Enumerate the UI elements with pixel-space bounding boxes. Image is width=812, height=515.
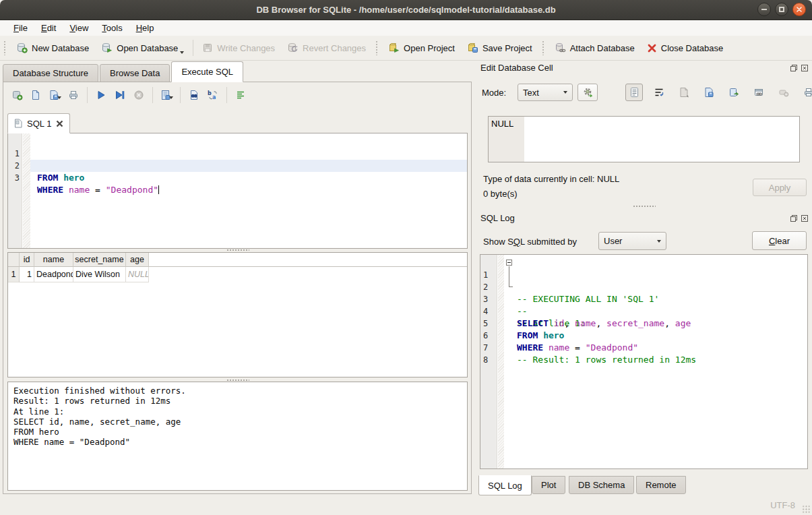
- column-header-age[interactable]: age: [126, 253, 149, 267]
- execute-line-button[interactable]: [112, 87, 128, 103]
- new-sql-tab-icon: [11, 90, 23, 100]
- stop-execution-button[interactable]: [131, 87, 147, 103]
- dock-tab-remote[interactable]: Remote: [636, 476, 686, 494]
- close-database-button[interactable]: Close Database: [641, 38, 730, 58]
- column-header-id[interactable]: id: [20, 253, 34, 267]
- window-title: DB Browser for SQLite - /home/user/code/…: [0, 0, 812, 20]
- open-database-button[interactable]: Open Database: [95, 38, 190, 58]
- column-header-name[interactable]: name: [34, 253, 73, 267]
- menu-help[interactable]: Help: [129, 20, 161, 36]
- replace-button[interactable]: b a: [205, 87, 221, 103]
- tab-browse-data[interactable]: Browse Data: [100, 64, 170, 82]
- open-sql-file-button[interactable]: [28, 87, 44, 103]
- dock-tab-db-schema[interactable]: DB Schema: [569, 476, 634, 494]
- attach-database-icon: [555, 42, 566, 53]
- cell-name[interactable]: Deadpond: [34, 267, 73, 282]
- cell-id[interactable]: 1: [20, 267, 34, 282]
- dock-tab-sql-log[interactable]: SQL Log: [478, 475, 532, 495]
- svg-text:a: a: [212, 94, 216, 100]
- dock-tab-plot[interactable]: Plot: [532, 476, 565, 494]
- save-project-icon: [467, 42, 478, 53]
- close-tab-icon[interactable]: [56, 120, 63, 127]
- open-project-button[interactable]: Open Project: [382, 38, 461, 58]
- mode-label: Mode:: [482, 88, 506, 98]
- export-cell-data-button[interactable]: [700, 84, 718, 101]
- cell-content: NULL: [491, 119, 513, 129]
- print-cell-button[interactable]: [800, 84, 812, 101]
- execute-sql-panel: b a SQL 1 1 SELECT id, name, secret_: [3, 82, 472, 494]
- splitter-handle[interactable]: [226, 249, 249, 251]
- export-cell-icon: [728, 87, 739, 98]
- import-cell-data-button[interactable]: [675, 84, 693, 101]
- sql-tab-sql1[interactable]: SQL 1: [7, 113, 70, 133]
- dock-float-icon[interactable]: [790, 64, 798, 72]
- new-sql-tab-button[interactable]: [9, 87, 25, 103]
- sql-log-lines: 1 -- EXECUTING ALL IN 'SQL 1' 2 -- 3 -- …: [480, 257, 807, 354]
- new-database-button[interactable]: New Database: [10, 38, 95, 58]
- mode-select[interactable]: Text: [518, 84, 573, 101]
- revert-changes-button[interactable]: Revert Changes: [281, 38, 372, 58]
- open-in-external-button[interactable]: [725, 84, 743, 101]
- new-database-icon: [16, 42, 28, 53]
- dock-close-icon[interactable]: [801, 64, 809, 72]
- text-mode-button[interactable]: [625, 84, 643, 101]
- copy-link-button[interactable]: [750, 84, 768, 101]
- cell-content-editor[interactable]: NULL: [488, 116, 800, 162]
- table-row: 1 1 Deadpond Dive Wilson NULL: [8, 267, 467, 282]
- attach-database-button[interactable]: Attach Database: [549, 38, 641, 58]
- close-window-button[interactable]: [792, 3, 806, 16]
- word-wrap-button[interactable]: [650, 84, 668, 101]
- close-window-icon: [796, 6, 803, 13]
- apply-button[interactable]: Apply: [753, 179, 807, 196]
- set-null-button[interactable]: [775, 84, 792, 101]
- code-line-current: 3 WHERE name = "Deadpond": [8, 160, 467, 172]
- find-button[interactable]: [186, 87, 202, 103]
- column-header-secret-name[interactable]: secret_name: [73, 253, 126, 267]
- resize-grip[interactable]: [802, 505, 811, 514]
- find-icon: [189, 90, 199, 100]
- menu-view[interactable]: View: [63, 20, 95, 36]
- menu-tools[interactable]: Tools: [95, 20, 129, 36]
- open-project-icon: [388, 42, 400, 53]
- replace-icon: b a: [207, 90, 219, 100]
- fold-marker-open[interactable]: [505, 257, 515, 269]
- splitter-handle[interactable]: [633, 205, 656, 208]
- tab-database-structure[interactable]: Database Structure: [3, 64, 98, 82]
- menu-file[interactable]: File: [7, 20, 34, 36]
- log-line: 6 WHERE name = "Deadpond": [480, 317, 807, 330]
- save-sql-file-button[interactable]: [46, 87, 63, 103]
- format-sql-button[interactable]: [232, 87, 249, 103]
- sql-log-filter-select[interactable]: User: [598, 232, 666, 250]
- dock-splitter[interactable]: [480, 204, 808, 208]
- row-number-cell[interactable]: 1: [8, 267, 20, 282]
- sql-log-viewer: 1 -- EXECUTING ALL IN 'SQL 1' 2 -- 3 -- …: [480, 254, 808, 469]
- save-results-button[interactable]: [158, 87, 175, 103]
- save-sql-dropdown-caret[interactable]: [57, 96, 61, 99]
- save-results-dropdown-caret[interactable]: [169, 96, 173, 99]
- sql-editor[interactable]: 1 SELECT id, name, secret_name, age 2 FR…: [7, 133, 468, 249]
- toolbar-separator: [226, 87, 227, 103]
- dock-float-icon[interactable]: [790, 214, 798, 222]
- toolbar-drag-handle[interactable]: [3, 40, 7, 55]
- cell-age[interactable]: NULL: [126, 267, 149, 282]
- encoding-indicator[interactable]: UTF-8: [770, 500, 795, 510]
- dock-close-icon[interactable]: [801, 214, 809, 222]
- print-sql-button[interactable]: [65, 87, 82, 103]
- execute-all-button[interactable]: [93, 87, 109, 103]
- clear-log-button[interactable]: Clear: [752, 231, 807, 250]
- menu-edit[interactable]: Edit: [34, 20, 63, 36]
- minimize-button[interactable]: [757, 3, 771, 16]
- maximize-button[interactable]: [775, 3, 788, 16]
- tab-execute-sql[interactable]: Execute SQL: [171, 61, 243, 82]
- open-database-dropdown-caret[interactable]: [180, 51, 184, 54]
- cell-secret-name[interactable]: Dive Wilson: [73, 267, 126, 282]
- write-changes-button[interactable]: Write Changes: [196, 38, 281, 58]
- toolbar-drag-handle[interactable]: [542, 40, 545, 55]
- toolbar-separator: [193, 40, 193, 56]
- auto-switch-mode-button[interactable]: [577, 84, 598, 101]
- text-mode-icon: [629, 87, 639, 98]
- save-project-button[interactable]: Save Project: [461, 38, 538, 58]
- toolbar-drag-handle[interactable]: [375, 40, 379, 55]
- code-line: 2 FROM hero: [8, 148, 467, 160]
- execute-all-icon: [96, 90, 106, 100]
